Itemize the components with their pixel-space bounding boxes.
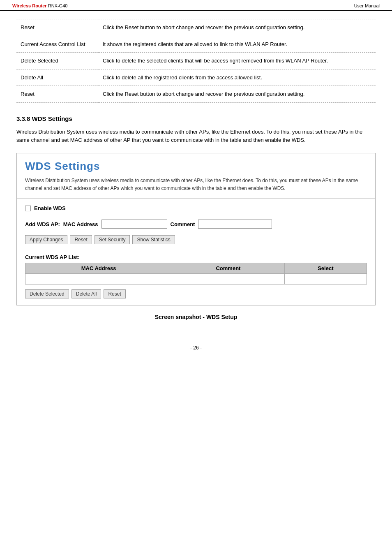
reset-button[interactable]: Reset xyxy=(70,235,92,244)
model-name: RNX-G40 xyxy=(48,3,68,8)
header-right: User Manual xyxy=(354,3,380,8)
wds-panel-desc: Wireless Distribution System uses wirele… xyxy=(17,177,375,199)
reference-table: ResetClick the Reset button to abort cha… xyxy=(16,19,376,103)
add-wds-ap-row: Add WDS AP: MAC Address Comment xyxy=(25,220,367,229)
col-select: Select xyxy=(284,263,367,274)
page-header: Wireless Router RNX-G40 User Manual xyxy=(0,0,392,11)
table-row: Delete SelectedClick to delete the selec… xyxy=(16,53,376,69)
enable-wds-label: Enable WDS xyxy=(34,205,66,211)
comment-label: Comment xyxy=(171,221,195,227)
table-row: ResetClick the Reset button to abort cha… xyxy=(16,19,376,36)
apply-changes-button[interactable]: Apply Changes xyxy=(25,235,67,244)
desc-cell: Click the Reset button to abort change a… xyxy=(99,19,376,36)
delete-reset-button[interactable]: Reset xyxy=(104,289,125,298)
term-cell: Reset xyxy=(16,86,99,103)
table-row-empty xyxy=(25,274,367,284)
table-row: Delete AllClick to delete all the regist… xyxy=(16,69,376,86)
add-wds-ap-label: Add WDS AP: xyxy=(25,221,60,227)
enable-wds-checkbox[interactable] xyxy=(25,206,31,211)
section-heading: 3.3.8 WDS Settings xyxy=(16,115,376,122)
delete-button-row: Delete Selected Delete All Reset xyxy=(25,289,367,298)
term-cell: Delete Selected xyxy=(16,53,99,69)
wds-settings-panel: WDS Settings Wireless Distribution Syste… xyxy=(16,153,376,305)
desc-cell: Click to delete all the registered clien… xyxy=(99,69,376,86)
term-cell: Reset xyxy=(16,19,99,36)
main-content: ResetClick the Reset button to abort cha… xyxy=(0,11,392,341)
section-desc: Wireless Distribution System uses wirele… xyxy=(16,128,376,145)
show-statistics-button[interactable]: Show Statistics xyxy=(132,235,175,244)
brand-name: Wireless Router xyxy=(12,3,47,8)
mac-address-label: MAC Address xyxy=(63,221,98,227)
page-number: - 26 - xyxy=(0,345,392,359)
delete-all-button[interactable]: Delete All xyxy=(71,289,101,298)
term-cell: Delete All xyxy=(16,69,99,86)
action-button-row: Apply Changes Reset Set Security Show St… xyxy=(25,235,367,244)
col-mac-address: MAC Address xyxy=(25,263,172,274)
desc-cell: Click to delete the selected clients tha… xyxy=(99,53,376,69)
table-row: Current Access Control ListIt shows the … xyxy=(16,36,376,53)
set-security-button[interactable]: Set Security xyxy=(95,235,130,244)
screen-caption: Screen snapshot - WDS Setup xyxy=(16,314,376,320)
desc-cell: Click the Reset button to abort change a… xyxy=(99,86,376,103)
current-list-label: Current WDS AP List: xyxy=(25,254,367,260)
wds-panel-body: Enable WDS Add WDS AP: MAC Address Comme… xyxy=(17,199,375,305)
wds-panel-title: WDS Settings xyxy=(17,153,375,177)
col-comment: Comment xyxy=(172,263,284,274)
wds-ap-table: MAC Address Comment Select xyxy=(25,263,367,284)
header-left: Wireless Router RNX-G40 xyxy=(12,3,67,8)
mac-address-input[interactable] xyxy=(101,220,167,229)
desc-cell: It shows the registered clients that are… xyxy=(99,36,376,53)
delete-selected-button[interactable]: Delete Selected xyxy=(25,289,69,298)
comment-input[interactable] xyxy=(198,220,272,229)
table-row: ResetClick the Reset button to abort cha… xyxy=(16,86,376,103)
term-cell: Current Access Control List xyxy=(16,36,99,53)
enable-wds-row: Enable WDS xyxy=(25,205,367,211)
